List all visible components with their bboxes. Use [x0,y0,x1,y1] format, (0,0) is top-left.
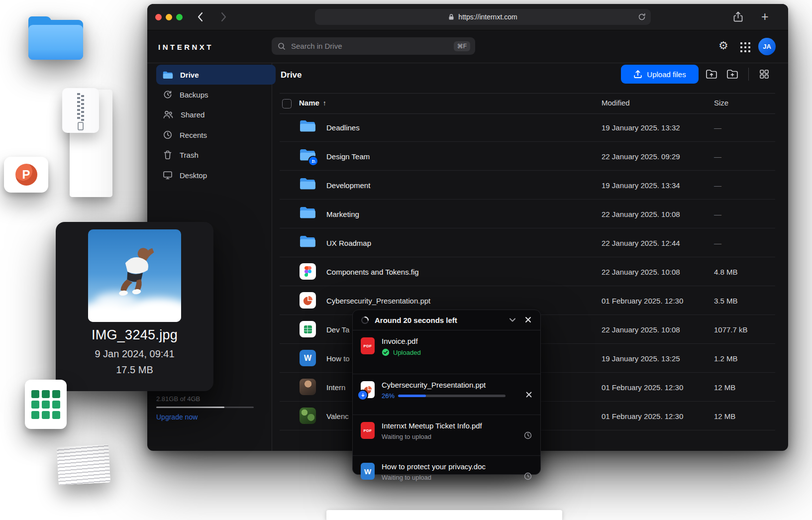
upload-item[interactable]: Cybersecurity_Presentation.ppt 26% [353,374,540,415]
upgrade-link[interactable]: Upgrade now [156,413,198,421]
sidebar-item-backups[interactable]: Backups [156,85,276,104]
avatar[interactable]: JA [758,38,776,55]
chevron-down-icon[interactable] [508,316,516,323]
file-modified: 01 February 2025. 12:30 [602,383,683,391]
file-name: Valenc [326,412,349,420]
gear-icon[interactable]: ⚙ [718,40,728,52]
image-preview-card: IMG_3245.jpg 9 Jan 2024, 09:41 17.5 MB [56,222,213,391]
storage-usage: 2.81GB of 4GB [156,395,200,403]
upload-item-name: Cybersecurity_Presentation.ppt [382,381,532,389]
url-text: https://internxt.com [458,13,517,21]
upload-item-name: How to protect your privacy.doc [382,462,532,471]
table-row[interactable]: UX Roadmap 22 January 2025. 12:44 — [280,228,775,257]
browser-titlebar: https://internxt.com + [147,4,788,30]
zoom-window-button[interactable] [176,14,183,20]
check-circle-icon [382,348,390,356]
file-size: 3.5 MB [714,296,738,305]
new-tab-icon[interactable]: + [761,10,769,23]
photo-thumbnail [88,229,181,322]
close-window-button[interactable] [155,14,162,20]
recents-clock-icon [163,130,173,140]
spreadsheet-decoration [25,380,67,429]
sidebar-item-label: Recents [180,131,207,139]
folder-icon [300,206,316,222]
file-size: 1.2 MB [714,354,738,362]
powerpoint-file-icon [361,381,375,398]
file-modified: 19 January 2025. 13:32 [602,123,680,131]
sidebar-item-label: Shared [181,110,204,119]
new-folder-icon[interactable] [726,69,738,80]
spinner-icon [361,316,369,324]
share-icon[interactable] [733,11,743,22]
folder-icon [300,234,316,251]
sidebar-item-label: Trash [180,151,199,159]
sidebar-item-trash[interactable]: Trash [156,145,276,165]
upload-percent: 26% [382,392,395,400]
table-row[interactable]: Deadlines 19 January 2025. 13:32 — [280,113,775,142]
upload-item[interactable]: PDF Invoice.pdf Uploaded [353,330,540,374]
storage-progress-fill [156,407,224,408]
page-canvas: P IMG_3245.jpg 9 Jan 2024, 09:41 [0,0,812,520]
file-modified: 22 January 2025. 10:08 [602,267,680,276]
search-input[interactable] [290,41,449,51]
table-header: Name ↑ Modified Size [280,93,775,114]
file-name: Design Team [326,152,370,160]
table-row[interactable]: Design Team 22 January 2025. 09:29 — [280,142,775,171]
shared-folder-icon [300,148,316,164]
paper-strip-decoration [326,510,562,520]
upload-files-button[interactable]: Upload files [621,65,699,84]
sidebar-item-drive[interactable]: Drive [156,65,276,85]
grid-view-icon[interactable] [759,69,769,79]
pdf-file-icon: PDF [361,337,375,354]
upload-progress-bar [398,395,506,397]
search-bar[interactable]: ⌘F [272,37,475,55]
sidebar-item-recents[interactable]: Recents [156,125,276,145]
upload-progress-fill [398,395,426,397]
file-name: UX Roadmap [326,238,371,247]
back-icon[interactable] [197,12,203,22]
minimize-window-button[interactable] [166,14,172,20]
paper-stack-decoration [57,444,110,485]
waiting-clock-icon [523,431,532,440]
upload-icon [633,70,642,79]
close-icon[interactable] [524,316,532,323]
file-modified: 19 January 2025. 13:34 [602,181,680,189]
file-name: Cybersecurity_Presentation.ppt [326,296,430,305]
upload-progress-popup: Around 20 seconds left PDF Invoice.pdf U… [352,310,541,475]
move-to-folder-icon[interactable] [706,69,717,80]
desktop-monitor-icon [163,170,173,180]
file-size: 4.8 MB [714,267,738,276]
preview-filename: IMG_3245.jpg [56,327,213,343]
storage-progress-bar [156,407,254,408]
cancel-upload-icon[interactable] [525,391,532,398]
upload-files-label: Upload files [647,70,686,79]
forward-icon[interactable] [221,12,227,22]
powerpoint-decoration: P [4,157,48,193]
column-modified[interactable]: Modified [602,99,630,107]
file-name: Development [326,181,370,189]
upload-item-status: Waiting to upload [382,433,431,440]
table-row[interactable]: Marketing 22 January 2025. 10:08 — [280,200,775,228]
upload-time-remaining: Around 20 seconds left [375,316,457,324]
sort-ascending-icon[interactable]: ↑ [323,99,326,107]
sidebar-item-shared[interactable]: Shared [156,104,276,124]
upload-item[interactable]: W How to protect your privacy.doc Waitin… [353,456,540,496]
file-size: — [714,123,721,131]
word-file-icon: W [361,463,375,480]
column-size[interactable]: Size [714,99,728,107]
page-title: Drive [281,70,302,80]
figma-file-icon [300,263,316,280]
reload-icon[interactable] [638,13,646,21]
apps-grid-icon[interactable] [740,42,750,52]
zip-file-decoration [62,88,99,133]
table-row[interactable]: Components and Tokens.fig 22 January 202… [280,257,775,286]
upload-item[interactable]: PDF Internxt Meetup Ticket Info.pdf Wait… [353,415,540,456]
file-size: — [714,181,721,189]
address-bar[interactable]: https://internxt.com [315,9,651,25]
header-divider [147,63,788,63]
column-name[interactable]: Name ↑ [299,99,326,107]
sidebar-item-desktop[interactable]: Desktop [156,165,276,185]
select-all-checkbox[interactable] [282,99,292,108]
file-modified: 22 January 2025. 10:08 [602,209,680,218]
table-row[interactable]: Development 19 January 2025. 13:34 — [280,171,775,200]
